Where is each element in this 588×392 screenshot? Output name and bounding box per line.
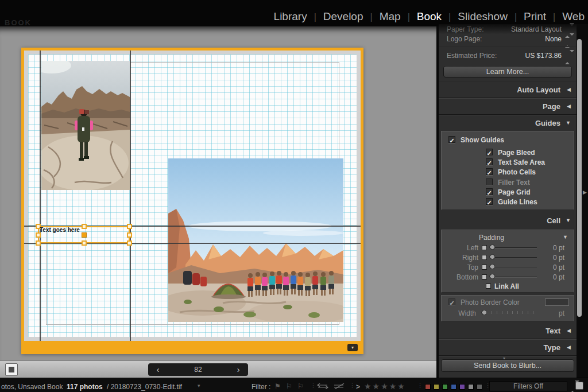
panel-scrollbar-thumb[interactable] (577, 39, 582, 317)
padding-top-checkbox[interactable] (482, 265, 487, 270)
logo-page-row[interactable]: Logo Page: None (439, 34, 577, 44)
cell-panel-box: Padding ▼ Left 0 pt Right 0 pt Top 0 pt … (441, 230, 574, 293)
label-filter-yellow[interactable] (434, 384, 439, 390)
label-filter-blue[interactable] (451, 384, 457, 390)
send-book-to-blurb-button[interactable]: Send Book to Blurb... (441, 359, 574, 372)
filmstrip-filter-toggle[interactable] (575, 382, 583, 390)
caret-down-icon[interactable]: ▾ (198, 383, 200, 389)
resize-handle-bottom-left[interactable] (36, 240, 41, 246)
padding-right-value[interactable]: 0 pt (553, 254, 564, 262)
cell-header[interactable]: Cell ▼ (439, 214, 577, 228)
next-page-button[interactable]: › (229, 365, 248, 374)
page-surface: Text goes here (24, 51, 361, 341)
top-module-bar: BOOK Library | Develop | Map | Book | Sl… (0, 0, 588, 26)
padding-top-slider[interactable] (491, 267, 537, 268)
cell-center-handle[interactable] (82, 232, 87, 238)
label-filter-purple[interactable] (459, 384, 465, 390)
page-header[interactable]: Page ◀ (439, 99, 577, 114)
slider-ticks (486, 311, 535, 314)
show-guides-label: Show Guides (461, 136, 504, 144)
padding-left-value[interactable]: 0 pt (553, 244, 564, 252)
padding-bottom-value[interactable]: 0 pt (553, 273, 564, 281)
filters-dropdown-value: Filters Off (513, 382, 543, 390)
crossed-arrows-icon[interactable] (333, 383, 346, 389)
divider (439, 81, 577, 82)
module-map[interactable]: Map (380, 10, 401, 23)
module-library[interactable]: Library (274, 10, 307, 23)
photo-count[interactable]: 117 photos (67, 383, 103, 391)
flag-rejected-icon[interactable]: ⚐ (297, 382, 304, 390)
filters-dropdown[interactable]: Filters Off (489, 381, 567, 391)
padding-bottom-slider[interactable] (491, 277, 537, 278)
group-camp-photo-cell[interactable] (168, 158, 343, 322)
padding-label: Padding (479, 234, 504, 242)
flag-unflagged-icon[interactable]: ⚐ (286, 382, 292, 390)
menu-separator: | (508, 12, 524, 22)
resize-handle-middle-right[interactable] (127, 232, 132, 238)
star-rating-filter[interactable]: ★★★★★ (364, 382, 406, 391)
text-safe-area-checkbox[interactable]: ✓ (486, 158, 493, 165)
resize-handle-top-center[interactable] (82, 224, 87, 229)
guides-panel-box: ✓ Show Guides ✓ Page Bleed ✓ Text Safe A… (441, 131, 574, 210)
guides-header[interactable]: Guides ▼ (439, 116, 577, 131)
type-header[interactable]: Type ◀ (439, 340, 577, 355)
show-guides-checkbox[interactable]: ✓ (448, 136, 455, 143)
label-filter-none[interactable] (468, 384, 474, 390)
photo-cells-checkbox[interactable]: ✓ (486, 168, 493, 175)
stepper-icon[interactable] (570, 382, 575, 389)
guide-lines-checkbox[interactable]: ✓ (486, 198, 493, 205)
rating-operator[interactable]: > (356, 383, 360, 391)
padding-left-slider-thumb[interactable] (489, 243, 496, 251)
border-width-slider-thumb[interactable] (481, 309, 488, 316)
menu-separator: | (442, 12, 458, 22)
padding-top-value[interactable]: 0 pt (553, 263, 564, 271)
border-color-swatch[interactable] (545, 298, 569, 306)
stepper-icon[interactable] (565, 52, 570, 59)
auto-layout-header[interactable]: Auto Layout ◀ (439, 83, 577, 98)
padding-left-checkbox[interactable] (482, 245, 487, 250)
logo-page-value[interactable]: None (545, 35, 562, 43)
module-web[interactable]: Web (562, 10, 585, 23)
link-all-checkbox[interactable] (486, 284, 491, 289)
menu-separator: | (363, 12, 380, 22)
page-grid-checkbox[interactable]: ✓ (486, 188, 493, 195)
previous-page-button[interactable]: ‹ (148, 365, 168, 374)
resize-handle-middle-left[interactable] (36, 232, 41, 238)
label-filter-red[interactable] (425, 384, 431, 390)
book-page-spread[interactable]: Text goes here ▾ (21, 48, 363, 354)
resize-handle-top-right[interactable] (127, 224, 132, 229)
padding-bottom-checkbox[interactable] (482, 274, 487, 280)
text-cell-placeholder[interactable]: Text goes here (40, 227, 80, 233)
padding-right-slider[interactable] (491, 257, 537, 258)
padding-left-slider[interactable] (491, 247, 537, 249)
page-text-button[interactable]: ▾ (347, 344, 358, 351)
module-print[interactable]: Print (524, 10, 546, 23)
page-bleed-label: Page Bleed (498, 149, 535, 157)
module-slideshow[interactable]: Slideshow (458, 10, 508, 23)
padding-right-checkbox[interactable] (482, 255, 487, 260)
page-bleed-checkbox[interactable]: ✓ (486, 149, 493, 156)
hiker-photo-cell[interactable] (41, 61, 130, 190)
single-page-view-icon[interactable] (5, 363, 18, 376)
expand-down-icon: ▼ (566, 120, 571, 126)
module-develop[interactable]: Develop (323, 10, 363, 23)
flag-picked-icon[interactable]: ⚑ (274, 382, 281, 390)
panel-collapse-arrow-icon[interactable]: ▶ (583, 189, 587, 195)
learn-more-button[interactable]: Learn More... (443, 66, 572, 77)
filler-text-checkbox[interactable]: ✓ (486, 178, 493, 185)
photo-border-checkbox[interactable]: ✓ (448, 298, 455, 305)
label-filter-custom[interactable] (477, 384, 482, 390)
module-book[interactable]: Book (417, 10, 442, 23)
current-filename[interactable]: / 20180723_0730-Edit.tif (107, 383, 182, 391)
resize-handle-bottom-center[interactable] (82, 240, 87, 246)
resize-handle-bottom-right[interactable] (127, 240, 132, 246)
label-filter-green[interactable] (442, 384, 448, 390)
compare-arrows-icon[interactable] (317, 383, 330, 389)
padding-right-slider-thumb[interactable] (489, 253, 496, 261)
padding-top-slider-thumb[interactable] (489, 263, 496, 270)
padding-bottom-slider-thumb[interactable] (489, 273, 496, 280)
link-all-label: Link All (494, 282, 519, 290)
stepper-icon[interactable] (565, 36, 570, 42)
text-header[interactable]: Text ◀ (439, 324, 577, 339)
panel-scrollbar-track[interactable] (577, 24, 582, 378)
